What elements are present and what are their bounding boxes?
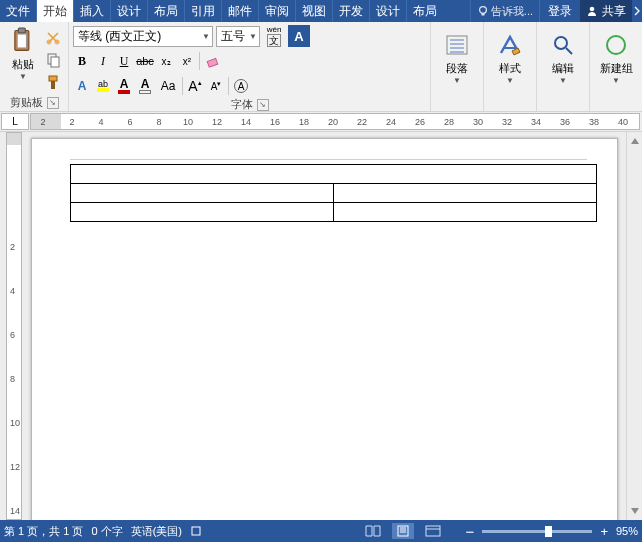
shrink-font-button[interactable]: A▾ — [207, 76, 225, 96]
scrollbar-vertical[interactable] — [626, 132, 642, 520]
status-words[interactable]: 0 个字 — [91, 524, 122, 539]
scissors-icon — [45, 30, 61, 46]
login-button[interactable]: 登录 — [539, 0, 580, 22]
table-cell[interactable] — [71, 165, 597, 184]
tab-insert[interactable]: 插入 — [73, 0, 110, 22]
tab-layout-2[interactable]: 布局 — [406, 0, 443, 22]
tab-mailings[interactable]: 邮件 — [221, 0, 258, 22]
ribbon: 粘贴 ▼ 剪贴板 ↘ — [0, 22, 642, 112]
cut-button[interactable] — [44, 29, 62, 47]
copy-button[interactable] — [44, 51, 62, 69]
page-viewport[interactable] — [28, 132, 626, 520]
subscript-button[interactable]: x₂ — [157, 51, 175, 71]
tell-me[interactable]: 告诉我... — [470, 0, 539, 22]
ruler-tick-label: 36 — [560, 117, 570, 127]
ruler-tick-label: 4 — [98, 117, 103, 127]
status-macro[interactable] — [190, 525, 202, 537]
underline-button[interactable]: U — [115, 51, 133, 71]
clipboard-dialog-launcher[interactable]: ↘ — [47, 97, 59, 109]
styles-button[interactable]: 样式 ▼ — [488, 25, 532, 110]
brush-icon — [45, 74, 61, 90]
group-newgroup: 新建组 ▼ — [590, 22, 642, 111]
ruler-tab-selector[interactable]: L — [1, 113, 29, 130]
tab-file[interactable]: 文件 — [0, 0, 36, 22]
table-row[interactable] — [71, 203, 597, 222]
paragraph-button[interactable]: 段落 ▼ — [435, 25, 479, 110]
table-row[interactable] — [71, 184, 597, 203]
format-painter-button[interactable] — [44, 73, 62, 91]
view-print-button[interactable] — [392, 523, 414, 539]
enclose-char-button[interactable]: A — [232, 76, 250, 96]
font-size-value: 五号 — [221, 28, 245, 45]
ruler-horizontal[interactable]: 2246810121416182022242628303234363840 — [30, 113, 640, 130]
view-read-button[interactable] — [362, 523, 384, 539]
font-size-combo[interactable]: 五号 ▼ — [216, 26, 260, 47]
tab-layout[interactable]: 布局 — [147, 0, 184, 22]
zoom-in-button[interactable]: + — [600, 524, 608, 539]
tab-developer[interactable]: 开发 — [332, 0, 369, 22]
change-case-button[interactable]: Aa — [157, 75, 179, 97]
phonetic-guide-button[interactable]: wén文 — [263, 25, 285, 47]
tab-design-2[interactable]: 设计 — [369, 0, 406, 22]
zoom-out-button[interactable]: − — [466, 523, 475, 540]
work-area: 246810121416 — [0, 132, 642, 520]
table-cell[interactable] — [71, 203, 334, 222]
char-border-icon: A — [288, 25, 310, 47]
bold-button[interactable]: B — [73, 51, 91, 71]
zoom-value[interactable]: 95% — [616, 525, 638, 537]
clear-formatting-button[interactable] — [203, 51, 221, 71]
styles-label: 样式 — [499, 61, 521, 76]
font-color-button[interactable]: A — [115, 76, 133, 96]
scroll-up-icon[interactable] — [630, 136, 640, 146]
ruler-tick-label: 2 — [69, 117, 74, 127]
newgroup-button[interactable]: 新建组 ▼ — [594, 25, 638, 110]
scroll-down-icon[interactable] — [630, 506, 640, 516]
tab-view[interactable]: 视图 — [295, 0, 332, 22]
group-editing: 编辑 ▼ — [537, 22, 590, 111]
group-styles: 样式 ▼ — [484, 22, 537, 111]
ruler-vertical[interactable]: 246810121416 — [6, 132, 22, 520]
table-cell[interactable] — [71, 184, 334, 203]
phonetic-guide-icon: wén文 — [267, 26, 282, 47]
tab-review[interactable]: 审阅 — [258, 0, 295, 22]
table-cell[interactable] — [334, 203, 597, 222]
chevron-down-icon: ▼ — [559, 76, 567, 85]
paste-button[interactable]: 粘贴 ▼ — [4, 25, 42, 95]
font-dialog-launcher[interactable]: ↘ — [257, 99, 269, 111]
highlight-button[interactable]: ab — [94, 76, 112, 96]
table-row[interactable] — [71, 165, 597, 184]
grow-font-button[interactable]: A▴ — [186, 76, 204, 96]
status-language[interactable]: 英语(美国) — [131, 524, 182, 539]
share-button[interactable]: 共享 — [580, 0, 632, 22]
table-cell[interactable] — [334, 184, 597, 203]
ruler-tick-label: 12 — [212, 117, 222, 127]
font-name-combo[interactable]: 等线 (西文正文) ▼ — [73, 26, 213, 47]
superscript-button[interactable]: x² — [178, 51, 196, 71]
italic-button[interactable]: I — [94, 51, 112, 71]
view-web-button[interactable] — [422, 523, 444, 539]
chevron-down-icon: ▼ — [202, 32, 210, 41]
paste-dropdown-chevron[interactable]: ▼ — [19, 72, 27, 81]
ruler-tick-label: 6 — [10, 330, 15, 340]
ruler-tick-label: 14 — [241, 117, 251, 127]
zoom-slider[interactable] — [482, 530, 592, 533]
editing-button[interactable]: 编辑 ▼ — [541, 25, 585, 110]
overflow-arrow[interactable] — [632, 0, 642, 22]
svg-point-0 — [479, 7, 486, 14]
tab-design[interactable]: 设计 — [110, 0, 147, 22]
ruler-tick-label: 10 — [10, 418, 20, 428]
tab-references[interactable]: 引用 — [184, 0, 221, 22]
char-shading-button[interactable]: A — [136, 76, 154, 96]
svg-rect-5 — [17, 34, 26, 48]
chevron-down-icon: ▼ — [249, 32, 257, 41]
status-page[interactable]: 第 1 页，共 1 页 — [4, 524, 83, 539]
styles-icon — [496, 31, 524, 59]
tab-home[interactable]: 开始 — [36, 0, 73, 22]
svg-rect-4 — [18, 28, 25, 33]
text-effects-button[interactable]: A — [73, 76, 91, 96]
char-border-button[interactable]: A — [288, 25, 310, 47]
ruler-tick-label: 38 — [589, 117, 599, 127]
zoom-thumb[interactable] — [545, 526, 552, 537]
strikethrough-button[interactable]: abc — [136, 51, 154, 71]
doc-table[interactable] — [70, 164, 597, 222]
